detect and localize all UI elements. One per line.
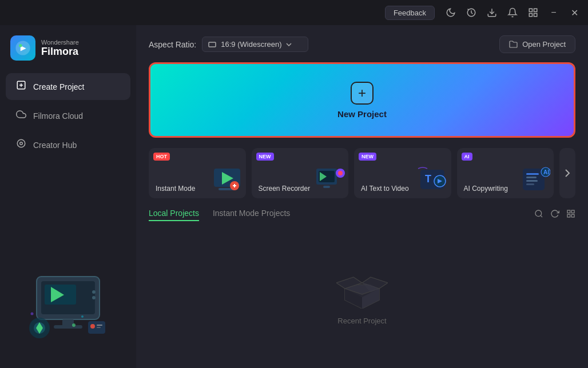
empty-state-label: Recent Project (337, 317, 386, 325)
close-button[interactable]: ✕ (565, 3, 583, 22)
tab-instant-mode-projects[interactable]: Instant Mode Projects (213, 209, 290, 221)
svg-rect-47 (526, 180, 538, 182)
svg-point-24 (90, 324, 95, 329)
sidebar-item-label-filmora-cloud: Filmora Cloud (33, 111, 83, 121)
aspect-ratio-select[interactable]: 16:9 (Widescreen) (202, 37, 308, 52)
ai-copywriting-icon: AI (519, 164, 550, 195)
aspect-ratio-label: Aspect Ratio: (149, 40, 196, 49)
refresh-projects-button[interactable] (550, 209, 559, 221)
svg-text:T: T (425, 173, 431, 185)
aspect-ratio-bar: Aspect Ratio: 16:9 (Widescreen) Open Pro… (149, 35, 575, 53)
new-project-plus-icon: + (351, 82, 374, 105)
svg-rect-20 (54, 325, 82, 329)
main-content: Aspect Ratio: 16:9 (Widescreen) Open Pro… (136, 25, 588, 368)
create-project-icon (16, 80, 26, 93)
theme-toggle-button[interactable] (442, 3, 460, 22)
svg-rect-56 (571, 214, 574, 217)
sidebar-item-creator-hub[interactable]: Creator Hub (6, 131, 130, 158)
tab-local-projects[interactable]: Local Projects (149, 209, 199, 221)
svg-text:AI: AI (543, 169, 549, 175)
ai-text-to-video-icon: T (417, 164, 448, 195)
empty-state-icon (336, 263, 388, 309)
screen-recorder-card[interactable]: NEW Screen Recorder (252, 148, 349, 198)
tabs-right (534, 209, 575, 221)
instant-mode-icon (212, 164, 243, 195)
folder-icon (509, 41, 518, 48)
app-logo-icon (10, 35, 35, 61)
svg-rect-54 (571, 210, 574, 213)
svg-point-7 (19, 44, 22, 47)
new-project-label: New Project (337, 109, 387, 119)
svg-rect-26 (97, 327, 101, 328)
svg-rect-46 (526, 177, 537, 178)
svg-point-51 (535, 210, 542, 217)
grid-view-button[interactable] (566, 209, 575, 221)
svg-point-17 (92, 290, 96, 294)
instant-mode-badge: HOT (153, 153, 170, 161)
ai-text-to-video-card[interactable]: NEW T AI Text to Video (354, 148, 451, 198)
title-bar: Feedback (0, 0, 588, 25)
svg-rect-2 (529, 9, 532, 11)
ai-text-to-video-label: AI Text to Video (361, 185, 409, 193)
logo-area: Wondershare Filmora (0, 30, 136, 72)
svg-rect-25 (97, 325, 102, 326)
tabs-left: Local Projects Instant Mode Projects (149, 209, 290, 221)
history-button[interactable] (462, 3, 480, 22)
svg-point-27 (72, 323, 76, 327)
ai-text-to-video-badge: NEW (359, 153, 376, 161)
svg-rect-45 (526, 173, 539, 175)
sidebar-item-create-project[interactable]: Create Project (6, 73, 130, 100)
svg-rect-5 (534, 14, 537, 17)
logo-text: Wondershare Filmora (41, 39, 79, 58)
creator-hub-icon (16, 138, 26, 151)
apps-button[interactable] (524, 3, 542, 22)
feedback-button[interactable]: Feedback (385, 6, 435, 20)
sidebar-item-label-create-project: Create Project (33, 82, 84, 91)
quick-actions-row: HOT Instant Mode NEW (149, 148, 575, 198)
svg-point-28 (81, 315, 84, 318)
svg-point-38 (338, 171, 343, 175)
sidebar-item-label-creator-hub: Creator Hub (33, 141, 77, 150)
logo-title: Filmora (41, 46, 79, 58)
svg-line-52 (541, 215, 542, 217)
new-project-card[interactable]: + New Project (149, 62, 575, 138)
minimize-button[interactable]: − (545, 3, 563, 22)
empty-state: Recent Project (149, 230, 575, 358)
download-button[interactable] (483, 3, 501, 22)
sidebar-item-filmora-cloud[interactable]: Filmora Cloud (6, 102, 130, 129)
screen-recorder-label: Screen Recorder (259, 185, 311, 193)
main-layout: Wondershare Filmora Create Project Fil (0, 25, 588, 368)
svg-point-11 (20, 142, 23, 145)
aspect-ratio-value: 16:9 (Widescreen) (221, 40, 281, 49)
svg-point-12 (17, 139, 25, 147)
svg-rect-3 (534, 9, 537, 11)
svg-rect-53 (567, 210, 570, 213)
svg-rect-30 (209, 42, 216, 47)
svg-point-29 (31, 313, 34, 315)
title-bar-actions: Feedback (385, 3, 583, 22)
screen-recorder-badge: NEW (256, 153, 274, 161)
screen-recorder-icon (314, 164, 345, 195)
svg-point-18 (92, 296, 96, 299)
chevron-down-icon (286, 43, 292, 46)
ai-copywriting-label: AI Copywriting (464, 185, 508, 193)
open-project-button[interactable]: Open Project (499, 35, 575, 53)
ai-copywriting-badge: AI (462, 153, 472, 161)
sidebar-illustration (0, 248, 136, 368)
logo-subtitle: Wondershare (41, 39, 79, 46)
svg-rect-55 (567, 214, 570, 217)
notifications-button[interactable] (503, 3, 522, 22)
chevron-right-icon (565, 169, 570, 178)
open-project-label: Open Project (522, 40, 566, 49)
sidebar: Wondershare Filmora Create Project Fil (0, 25, 136, 368)
instant-mode-card[interactable]: HOT Instant Mode (149, 148, 246, 198)
instant-mode-label: Instant Mode (156, 185, 195, 193)
svg-rect-39 (323, 186, 330, 188)
aspect-ratio-left: Aspect Ratio: 16:9 (Widescreen) (149, 37, 308, 52)
widescreen-icon (208, 42, 216, 47)
ai-copywriting-card[interactable]: AI AI AI Copywriting (457, 148, 554, 198)
more-quick-actions-button[interactable] (559, 148, 575, 198)
project-tabs: Local Projects Instant Mode Projects (149, 209, 575, 221)
search-projects-button[interactable] (534, 209, 543, 221)
svg-rect-4 (529, 14, 532, 17)
